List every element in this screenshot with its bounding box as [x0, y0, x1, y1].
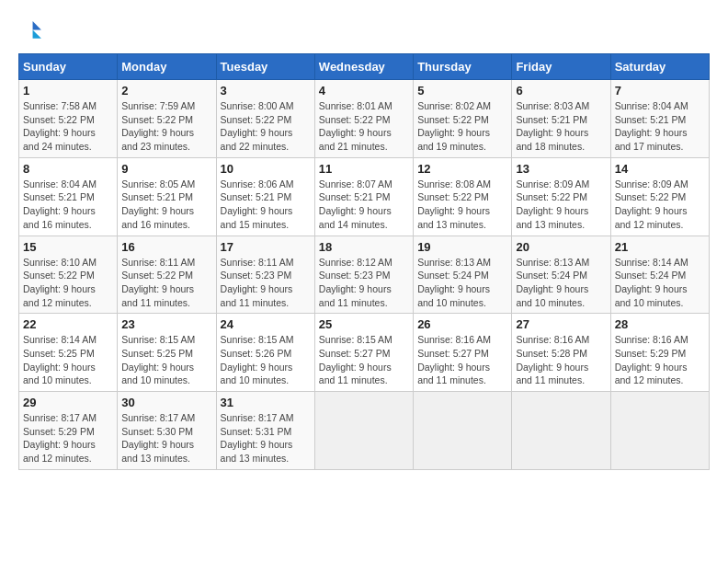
day-number: 9: [121, 162, 211, 176]
day-number: 7: [615, 84, 705, 98]
svg-marker-0: [33, 21, 41, 29]
header-cell-friday: Friday: [512, 54, 610, 80]
day-number: 23: [121, 317, 211, 331]
day-info: Sunrise: 8:06 AM Sunset: 5:21 PM Dayligh…: [221, 178, 311, 232]
header-cell-tuesday: Tuesday: [216, 54, 314, 80]
day-info: Sunrise: 8:15 AM Sunset: 5:25 PM Dayligh…: [121, 333, 211, 387]
day-info: Sunrise: 8:13 AM Sunset: 5:24 PM Dayligh…: [516, 256, 606, 310]
day-cell: 19Sunrise: 8:13 AM Sunset: 5:24 PM Dayli…: [414, 236, 512, 314]
day-cell: 2Sunrise: 7:59 AM Sunset: 5:22 PM Daylig…: [118, 80, 216, 158]
day-info: Sunrise: 8:00 AM Sunset: 5:22 PM Dayligh…: [221, 99, 311, 154]
day-cell: 3Sunrise: 8:00 AM Sunset: 5:22 PM Daylig…: [216, 80, 314, 158]
day-info: Sunrise: 8:05 AM Sunset: 5:21 PM Dayligh…: [121, 178, 211, 232]
calendar-body: 1Sunrise: 7:58 AM Sunset: 5:22 PM Daylig…: [19, 80, 710, 470]
day-cell: 30Sunrise: 8:17 AM Sunset: 5:30 PM Dayli…: [118, 392, 216, 470]
day-cell: 5Sunrise: 8:02 AM Sunset: 5:22 PM Daylig…: [414, 80, 512, 158]
day-info: Sunrise: 8:11 AM Sunset: 5:23 PM Dayligh…: [221, 256, 311, 310]
day-info: Sunrise: 8:07 AM Sunset: 5:21 PM Dayligh…: [319, 178, 409, 232]
day-info: Sunrise: 8:14 AM Sunset: 5:24 PM Dayligh…: [615, 256, 705, 310]
day-cell: 15Sunrise: 8:10 AM Sunset: 5:22 PM Dayli…: [19, 236, 118, 314]
day-cell: 26Sunrise: 8:16 AM Sunset: 5:27 PM Dayli…: [414, 314, 512, 392]
day-cell: 23Sunrise: 8:15 AM Sunset: 5:25 PM Dayli…: [118, 314, 216, 392]
day-cell: 27Sunrise: 8:16 AM Sunset: 5:28 PM Dayli…: [512, 314, 610, 392]
week-row-3: 15Sunrise: 8:10 AM Sunset: 5:22 PM Dayli…: [19, 236, 710, 314]
day-cell: 24Sunrise: 8:15 AM Sunset: 5:26 PM Dayli…: [216, 314, 314, 392]
day-info: Sunrise: 8:03 AM Sunset: 5:21 PM Dayligh…: [516, 99, 606, 154]
day-cell: 8Sunrise: 8:04 AM Sunset: 5:21 PM Daylig…: [19, 157, 118, 236]
day-info: Sunrise: 8:01 AM Sunset: 5:22 PM Dayligh…: [319, 99, 409, 154]
day-number: 16: [121, 240, 211, 254]
day-info: Sunrise: 7:58 AM Sunset: 5:22 PM Dayligh…: [23, 99, 113, 154]
day-info: Sunrise: 8:04 AM Sunset: 5:21 PM Dayligh…: [23, 178, 113, 232]
day-info: Sunrise: 8:16 AM Sunset: 5:28 PM Dayligh…: [516, 333, 606, 387]
day-number: 22: [23, 317, 113, 331]
day-number: 26: [417, 317, 507, 331]
day-cell: 14Sunrise: 8:09 AM Sunset: 5:22 PM Dayli…: [610, 157, 709, 236]
day-cell: 7Sunrise: 8:04 AM Sunset: 5:21 PM Daylig…: [610, 80, 709, 158]
day-cell: 13Sunrise: 8:09 AM Sunset: 5:22 PM Dayli…: [512, 157, 610, 236]
day-cell: [512, 392, 610, 470]
day-cell: 28Sunrise: 8:16 AM Sunset: 5:29 PM Dayli…: [610, 314, 709, 392]
day-info: Sunrise: 8:17 AM Sunset: 5:31 PM Dayligh…: [221, 411, 311, 465]
day-info: Sunrise: 8:16 AM Sunset: 5:29 PM Dayligh…: [615, 333, 705, 387]
day-info: Sunrise: 8:12 AM Sunset: 5:23 PM Dayligh…: [319, 256, 409, 310]
day-number: 10: [221, 162, 311, 176]
day-number: 24: [221, 317, 311, 331]
day-cell: 12Sunrise: 8:08 AM Sunset: 5:22 PM Dayli…: [414, 157, 512, 236]
svg-marker-1: [33, 29, 41, 38]
day-cell: 20Sunrise: 8:13 AM Sunset: 5:24 PM Dayli…: [512, 236, 610, 314]
day-number: 27: [516, 317, 606, 331]
day-cell: 31Sunrise: 8:17 AM Sunset: 5:31 PM Dayli…: [216, 392, 314, 470]
day-number: 31: [221, 396, 311, 409]
day-number: 12: [417, 162, 507, 176]
day-cell: 21Sunrise: 8:14 AM Sunset: 5:24 PM Dayli…: [610, 236, 709, 314]
header-cell-sunday: Sunday: [19, 54, 118, 80]
day-number: 18: [319, 240, 409, 254]
day-cell: 11Sunrise: 8:07 AM Sunset: 5:21 PM Dayli…: [314, 157, 413, 236]
day-cell: 18Sunrise: 8:12 AM Sunset: 5:23 PM Dayli…: [314, 236, 413, 314]
week-row-4: 22Sunrise: 8:14 AM Sunset: 5:25 PM Dayli…: [19, 314, 710, 392]
header-cell-monday: Monday: [118, 54, 216, 80]
day-info: Sunrise: 8:11 AM Sunset: 5:22 PM Dayligh…: [121, 256, 211, 310]
header-cell-thursday: Thursday: [414, 54, 512, 80]
day-number: 28: [615, 317, 705, 331]
calendar-header: SundayMondayTuesdayWednesdayThursdayFrid…: [19, 54, 710, 80]
day-info: Sunrise: 8:09 AM Sunset: 5:22 PM Dayligh…: [615, 178, 705, 232]
day-number: 11: [319, 162, 409, 176]
day-cell: 22Sunrise: 8:14 AM Sunset: 5:25 PM Dayli…: [19, 314, 118, 392]
day-number: 8: [23, 162, 113, 176]
day-number: 6: [516, 84, 606, 98]
day-info: Sunrise: 8:09 AM Sunset: 5:22 PM Dayligh…: [516, 178, 606, 232]
day-cell: 1Sunrise: 7:58 AM Sunset: 5:22 PM Daylig…: [19, 80, 118, 158]
day-cell: [314, 392, 413, 470]
day-info: Sunrise: 8:15 AM Sunset: 5:26 PM Dayligh…: [221, 333, 311, 387]
calendar-table: SundayMondayTuesdayWednesdayThursdayFrid…: [18, 53, 710, 470]
day-number: 3: [221, 84, 311, 98]
logo-icon: [18, 18, 44, 44]
day-cell: [610, 392, 709, 470]
day-cell: 6Sunrise: 8:03 AM Sunset: 5:21 PM Daylig…: [512, 80, 610, 158]
day-info: Sunrise: 8:13 AM Sunset: 5:24 PM Dayligh…: [417, 256, 507, 310]
day-number: 30: [121, 396, 211, 409]
day-number: 13: [516, 162, 606, 176]
day-number: 15: [23, 240, 113, 254]
day-number: 5: [417, 84, 507, 98]
day-info: Sunrise: 8:15 AM Sunset: 5:27 PM Dayligh…: [319, 333, 409, 387]
day-info: Sunrise: 8:02 AM Sunset: 5:22 PM Dayligh…: [417, 99, 507, 154]
logo: [18, 18, 48, 44]
day-info: Sunrise: 8:17 AM Sunset: 5:30 PM Dayligh…: [121, 411, 211, 465]
day-cell: 16Sunrise: 8:11 AM Sunset: 5:22 PM Dayli…: [118, 236, 216, 314]
day-number: 19: [417, 240, 507, 254]
week-row-5: 29Sunrise: 8:17 AM Sunset: 5:29 PM Dayli…: [19, 392, 710, 470]
day-number: 21: [615, 240, 705, 254]
week-row-2: 8Sunrise: 8:04 AM Sunset: 5:21 PM Daylig…: [19, 157, 710, 236]
day-info: Sunrise: 8:10 AM Sunset: 5:22 PM Dayligh…: [23, 256, 113, 310]
day-number: 17: [221, 240, 311, 254]
day-number: 4: [319, 84, 409, 98]
day-number: 25: [319, 317, 409, 331]
day-number: 20: [516, 240, 606, 254]
day-number: 14: [615, 162, 705, 176]
week-row-1: 1Sunrise: 7:58 AM Sunset: 5:22 PM Daylig…: [19, 80, 710, 158]
day-info: Sunrise: 7:59 AM Sunset: 5:22 PM Dayligh…: [121, 99, 211, 154]
day-number: 29: [23, 396, 113, 409]
